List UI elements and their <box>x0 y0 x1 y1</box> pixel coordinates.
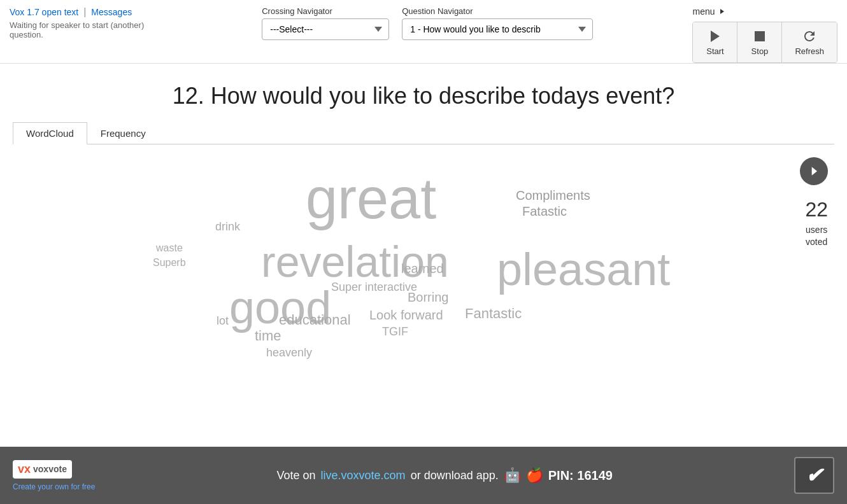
wordcloud-word: drink <box>215 221 240 232</box>
wordcloud-area: greatrevelationpleasantgoodComplimentsFa… <box>13 144 834 386</box>
wordcloud-word: great <box>306 170 436 227</box>
vote-on-url[interactable]: live.voxvote.com <box>321 469 406 482</box>
svg-rect-2 <box>755 31 765 41</box>
question-navigator-group: Question Navigator 1 - How would you lik… <box>402 6 593 40</box>
android-icon: 🤖 <box>504 467 521 484</box>
vote-voted-label: voted <box>805 236 828 249</box>
footer-tagline: Create your own for free <box>13 482 95 491</box>
wordcloud-word: Fantastic <box>465 307 522 321</box>
top-bar: Vox 1.7 open text | Messages Waiting for… <box>0 0 847 64</box>
menu-label: menu <box>692 6 715 17</box>
pin-prefix: PIN: <box>548 468 574 482</box>
footer-center: Vote on live.voxvote.com or download app… <box>277 467 613 484</box>
wordcloud-word: Superb <box>153 258 186 268</box>
vote-number: 22 <box>805 195 828 224</box>
footer: vx voxvote Create your own for free Vote… <box>0 447 847 504</box>
question-navigator-select[interactable]: 1 - How would you like to describ <box>402 18 593 40</box>
refresh-label: Refresh <box>795 46 824 56</box>
stop-icon <box>752 29 767 44</box>
nike-logo: ✔ <box>806 463 823 487</box>
link-separator: | <box>83 6 86 18</box>
footer-logo: vx voxvote Create your own for free <box>13 460 95 491</box>
svg-marker-0 <box>720 9 724 14</box>
wordcloud-word: Super interactive <box>331 281 417 293</box>
vox-open-text-link[interactable]: Vox 1.7 open text <box>10 7 78 17</box>
footer-brand-logo: ✔ <box>794 457 834 494</box>
vote-logo-text: voxvote <box>33 464 67 474</box>
messages-link[interactable]: Messages <box>91 7 132 17</box>
wordcloud-container: greatrevelationpleasantgoodComplimentsFa… <box>13 144 834 386</box>
crossing-navigator-group: Crossing Navigator ---Select--- <box>262 6 389 40</box>
voxvote-logo: vx voxvote <box>13 460 72 479</box>
play-icon <box>708 29 723 44</box>
status-text: Waiting for speaker to start (another) q… <box>10 20 162 39</box>
tabs-bar: WordCloud Frequency <box>13 122 834 144</box>
wordcloud-word: waste <box>156 243 183 253</box>
wordcloud-word: Fatastic <box>522 205 567 218</box>
vote-on-pre: Vote on <box>277 469 316 482</box>
vote-users-label: users <box>805 224 828 237</box>
question-section: 12. How would you like to describe today… <box>0 64 847 116</box>
wordcloud-word: lot <box>217 315 229 326</box>
tab-wordcloud[interactable]: WordCloud <box>13 122 87 144</box>
crossing-navigator-select[interactable]: ---Select--- <box>262 18 389 40</box>
arrow-right-icon <box>808 165 820 178</box>
menu-link[interactable]: menu <box>692 6 725 17</box>
next-arrow[interactable] <box>800 157 828 185</box>
start-label: Start <box>706 46 723 56</box>
wordcloud-word: time <box>255 329 281 343</box>
wordcloud-word: Compliments <box>516 189 590 202</box>
top-nav: Crossing Navigator ---Select--- Question… <box>262 6 593 40</box>
vox-logo-text: vx <box>18 463 31 476</box>
refresh-button[interactable]: Refresh <box>782 22 837 62</box>
tab-frequency[interactable]: Frequency <box>87 122 159 144</box>
wordcloud-word: Borring <box>408 291 448 304</box>
crossing-navigator-label: Crossing Navigator <box>262 6 389 16</box>
wordcloud-word: heavenly <box>266 347 312 358</box>
footer-pin: PIN: 16149 <box>548 468 613 483</box>
stop-label: Stop <box>751 46 769 56</box>
top-left: Vox 1.7 open text | Messages Waiting for… <box>10 6 162 39</box>
top-left-links: Vox 1.7 open text | Messages <box>10 6 162 18</box>
apple-icon: 🍎 <box>526 467 543 484</box>
control-buttons: Start Stop Refresh <box>692 22 837 63</box>
svg-marker-3 <box>812 167 817 175</box>
pin-value: 16149 <box>577 468 613 482</box>
question-navigator-label: Question Navigator <box>402 6 593 16</box>
start-button[interactable]: Start <box>693 22 737 62</box>
chevron-right-icon <box>718 8 725 15</box>
vote-count: 22 users voted <box>805 195 828 249</box>
wordcloud-word: TGIF <box>382 326 408 337</box>
stop-button[interactable]: Stop <box>737 22 782 62</box>
wordcloud-word: pleasant <box>497 246 670 292</box>
wordcloud-word: educational <box>279 313 351 327</box>
tagline-link[interactable]: free <box>82 482 96 491</box>
top-right-wrapper: menu Start Stop Refresh <box>692 6 837 63</box>
wordcloud-word: learned <box>401 262 444 275</box>
tagline-pre: Create your own for <box>13 482 80 491</box>
vote-on-mid: or download app. <box>411 469 499 482</box>
svg-marker-1 <box>711 31 720 42</box>
refresh-icon <box>802 29 817 44</box>
wordcloud-word: Look forward <box>369 309 443 321</box>
question-title: 12. How would you like to describe today… <box>13 83 834 109</box>
